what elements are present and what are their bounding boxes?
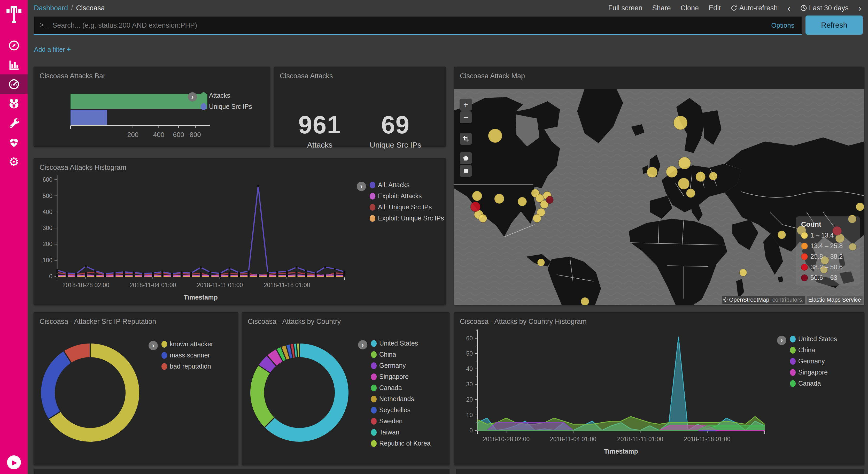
refresh-button[interactable]: Refresh [805, 16, 863, 35]
legend-label: Attacks [209, 92, 230, 99]
sidebar-item-monitoring[interactable] [0, 132, 28, 152]
legend-label: 50.6 – 63 [810, 274, 837, 282]
sidebar-item-management[interactable]: ⚙ [0, 152, 28, 171]
legend-dot [161, 341, 167, 348]
reputation-donut-chart[interactable] [36, 338, 145, 447]
time-forward-button[interactable]: › [859, 3, 861, 13]
time-back-button[interactable]: ‹ [787, 3, 790, 13]
legend-item[interactable]: Taiwan [371, 428, 431, 436]
legend-item[interactable]: 13.4 – 25.8 [801, 242, 855, 250]
sidebar-item-discover[interactable] [0, 36, 28, 55]
legend-expand-icon[interactable]: › [149, 341, 158, 350]
legend-item[interactable]: Singapore [371, 373, 431, 380]
country-legend: ›United StatesChinaGermanySingaporeCanad… [358, 339, 431, 447]
sidebar-item-siem[interactable] [0, 94, 28, 113]
legend-item[interactable]: All: Unique Src IPs [370, 203, 444, 211]
svg-text:2018-11-18 01:00: 2018-11-18 01:00 [684, 436, 731, 442]
breadcrumb-dashboard-link[interactable]: Dashboard [34, 4, 68, 12]
panel-title: Ciscoasa Attacks [274, 67, 445, 80]
legend-item[interactable]: Exploit: Unique Src IPs [370, 214, 444, 222]
legend-label: Canada [798, 380, 821, 387]
crop-tool-button[interactable] [460, 133, 472, 145]
legend-item[interactable]: Republic of Korea [371, 440, 431, 447]
legend-item[interactable]: Unique Src IPs [201, 103, 252, 110]
legend-dot [790, 358, 796, 365]
legend-dot [371, 374, 377, 380]
legend-item[interactable]: Netherlands [371, 395, 431, 403]
options-link[interactable]: Options [771, 22, 795, 29]
legend-dot [371, 362, 377, 369]
country-donut-chart[interactable] [245, 338, 354, 447]
legend-item[interactable]: Singapore [790, 368, 837, 376]
legend-expand-icon[interactable]: › [777, 336, 786, 345]
sidebar-collapse-button[interactable]: ▶ [7, 455, 21, 469]
legend-label: bad reputation [170, 363, 211, 370]
metric-value: 69 [370, 111, 421, 139]
legend-item[interactable]: 50.6 – 63 [801, 274, 855, 282]
legend-expand-icon[interactable]: › [188, 92, 197, 101]
legend-dot [801, 274, 808, 281]
legend-item[interactable]: Canada [371, 384, 431, 391]
zoom-in-button[interactable]: + [460, 99, 472, 111]
legend-item[interactable]: 25.8 – 38.2 [801, 253, 855, 260]
add-filter-link[interactable]: Add a filter + [34, 46, 71, 54]
legend-item[interactable]: mass scanner [161, 352, 213, 359]
legend-label: 38.2 – 50.6 [810, 263, 843, 271]
breadcrumb: Dashboard / Ciscoasa [34, 4, 105, 12]
ems-attribution[interactable]: Elastic Maps Service [807, 296, 863, 304]
rectangle-tool-button[interactable] [460, 165, 472, 177]
legend-item[interactable]: Canada [790, 380, 837, 387]
legend-item[interactable]: 1 – 13.4 [801, 232, 855, 239]
polygon-tool-button[interactable] [460, 152, 472, 164]
legend-item[interactable]: United States [371, 339, 431, 347]
country-histogram-legend: ›United StatesChinaGermanySingaporeCanad… [777, 335, 837, 387]
zoom-out-button[interactable]: − [460, 111, 472, 123]
country-histogram-chart[interactable]: 01020304050602018-10-28 02:002018-11-04 … [457, 327, 769, 458]
breadcrumb-separator: / [71, 4, 73, 12]
legend-dot [801, 253, 808, 260]
legend-expand-icon[interactable]: › [358, 340, 367, 349]
legend-label: Netherlands [379, 395, 414, 403]
legend-dot [371, 396, 377, 403]
attack-map[interactable]: + − Count 1 – 13. [454, 89, 864, 305]
legend-item[interactable]: Germany [790, 357, 837, 365]
app-sidebar: ⚙ ▶ [0, 0, 28, 474]
svg-text:10: 10 [466, 412, 473, 418]
sidebar-item-dev-tools[interactable] [0, 113, 28, 132]
breadcrumb-current: Ciscoasa [76, 4, 105, 12]
time-range-picker[interactable]: Last 30 days [800, 4, 848, 12]
nav-share[interactable]: Share [652, 4, 671, 12]
svg-text:400: 400 [43, 209, 53, 215]
osm-attribution[interactable]: © OpenStreetMap [722, 296, 771, 304]
legend-item[interactable]: United States [790, 335, 837, 343]
clock-icon [800, 5, 807, 11]
legend-item[interactable]: All: Attacks [370, 181, 444, 189]
legend-label: 1 – 13.4 [810, 232, 834, 239]
legend-item[interactable]: known attacker [161, 340, 213, 348]
nav-clone[interactable]: Clone [681, 4, 699, 12]
legend-item[interactable]: bad reputation [161, 363, 213, 370]
legend-item[interactable]: Seychelles [371, 406, 431, 414]
nav-edit[interactable]: Edit [709, 4, 721, 12]
legend-item[interactable]: China [790, 346, 837, 354]
legend-item[interactable]: Germany [371, 362, 431, 369]
svg-text:600: 600 [43, 176, 53, 183]
legend-item[interactable]: Attacks [201, 92, 252, 99]
legend-label: Republic of Korea [379, 440, 431, 447]
attacks-histogram-chart[interactable]: 01002003004005006002018-10-28 02:002018-… [36, 173, 349, 304]
search-input[interactable] [53, 22, 771, 29]
crop-icon [462, 136, 469, 142]
panel-attack-map: Ciscoasa Attack Map [454, 67, 864, 305]
auto-refresh-button[interactable]: Auto-refresh [731, 4, 778, 12]
pentagon-icon [462, 155, 469, 161]
legend-item[interactable]: Exploit: Attacks [370, 192, 444, 200]
legend-item[interactable]: Sweden [371, 417, 431, 425]
legend-expand-icon[interactable]: › [357, 182, 366, 191]
sidebar-item-dashboard[interactable] [0, 75, 28, 94]
svg-text:500: 500 [43, 192, 53, 199]
legend-item[interactable]: China [371, 351, 431, 358]
nav-full-screen[interactable]: Full screen [608, 4, 642, 12]
sidebar-item-visualize[interactable] [0, 55, 28, 75]
legend-item[interactable]: 38.2 – 50.6 [801, 263, 855, 271]
gear-icon: ⚙ [8, 156, 19, 168]
